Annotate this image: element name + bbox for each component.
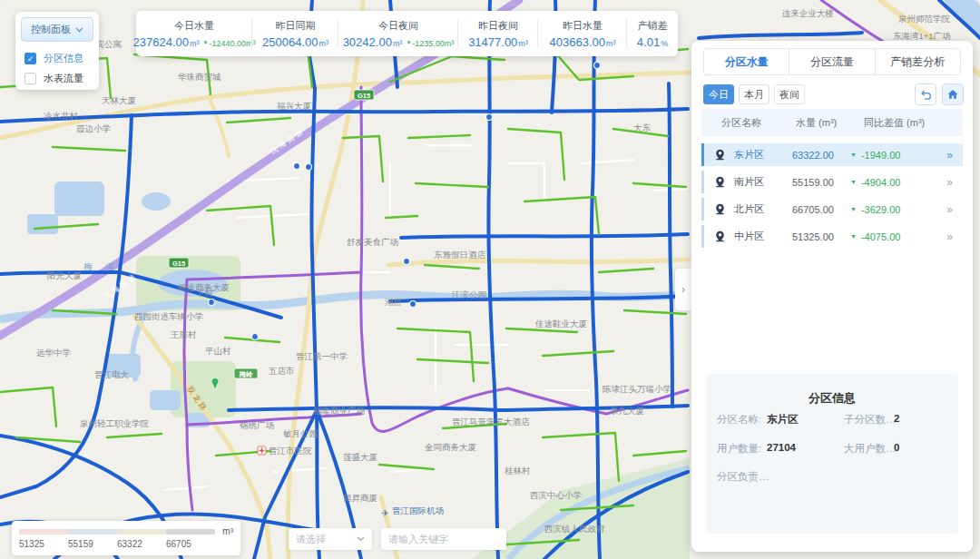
layer-checkbox-zone-info[interactable]: ✓分区信息 xyxy=(24,52,83,65)
map-label: 福兴大厦 xyxy=(277,101,311,111)
zone-delta: -1949.00 xyxy=(861,150,900,161)
home-button[interactable] xyxy=(942,83,964,105)
zone-pin-icon xyxy=(714,176,726,188)
info-value: 0 xyxy=(894,442,899,453)
legend-label: 55159 xyxy=(68,539,117,549)
legend-label: 51325 xyxy=(19,539,68,549)
panel-tabs: 分区水量 分区流量 产销差分析 xyxy=(703,48,961,75)
map-label: 华珠商贸城 xyxy=(178,72,221,82)
stat-value: 4.01 xyxy=(637,35,660,49)
road-badge: G15 xyxy=(358,92,370,100)
layer-label: 水表流量 xyxy=(44,72,83,85)
stat-unit: m³ xyxy=(393,39,403,48)
zone-pin-icon xyxy=(714,230,726,242)
zone-value: 63322.00 xyxy=(792,150,850,161)
stat-unit: m³ xyxy=(318,39,328,48)
zone-row[interactable]: 北片区 66705.00 ▼ -3629.00 » xyxy=(701,198,963,221)
chevron-right-icon: › xyxy=(681,283,685,296)
layer-checkbox-meter-flow[interactable]: 水表流量 xyxy=(24,72,83,85)
chevron-down-icon xyxy=(357,536,365,542)
filter-month[interactable]: 本月 xyxy=(739,84,769,104)
map-label: 霞边小学 xyxy=(76,123,111,133)
map-label: 远华中学 xyxy=(36,348,71,358)
zone-delta: -3629.00 xyxy=(861,204,900,215)
zone-expand-chevron[interactable]: » xyxy=(946,149,952,162)
zone-name: 北片区 xyxy=(734,202,792,216)
undo-button[interactable] xyxy=(915,83,936,105)
keyword-input[interactable] xyxy=(381,528,506,550)
table-header: 分区名称 水量 (m³) 同比差值 (m³) xyxy=(701,109,963,136)
map-legend: m³ 51325551596332266705 xyxy=(12,521,240,555)
legend-unit: m³ xyxy=(219,526,233,536)
stat-label: 产销差 xyxy=(638,19,668,33)
map-label: 冷水井村 xyxy=(44,111,79,121)
zone-expand-chevron[interactable]: » xyxy=(946,203,952,216)
tab-nrw-analysis[interactable]: 产销差分析 xyxy=(875,49,960,74)
time-filter-row: 今日 本月 夜间 xyxy=(703,83,964,105)
stat-unit: m³ xyxy=(606,39,616,48)
map-label: 晋江国际机场 xyxy=(392,505,444,515)
control-panel: 控制面板 ✓分区信息水表流量 xyxy=(15,12,99,90)
zone-row[interactable]: 中片区 51325.00 ▼ -4075.00 » xyxy=(701,225,963,248)
tab-zone-water[interactable]: 分区水量 xyxy=(704,49,789,74)
filter-today[interactable]: 今日 xyxy=(703,84,734,104)
map-label: 旭昇商厦 xyxy=(343,493,377,503)
map-label: 五店市 xyxy=(269,366,295,376)
legend-label: 63322 xyxy=(117,539,166,549)
hospital-icon xyxy=(258,446,266,455)
map-label: 佳速鞋业大厦 xyxy=(534,319,587,329)
legend-swatch xyxy=(166,529,215,534)
map-label: 天林大厦 xyxy=(102,95,136,105)
zone-delta: -4075.00 xyxy=(861,231,900,242)
checkbox-checked-icon[interactable]: ✓ xyxy=(24,53,36,64)
down-triangle-icon: ▼ xyxy=(202,40,208,45)
down-triangle-icon: ▼ xyxy=(850,152,857,158)
zone-table: 东片区 63322.00 ▼ -1949.00 » 南片区 55159.00 ▼… xyxy=(701,143,963,252)
row-accent xyxy=(701,198,704,221)
stats-bar: 今日水量 237624.00m³ ▼-12440.00m³ 昨日同期 25006… xyxy=(136,11,678,56)
info-label: 子分区数… xyxy=(844,413,897,427)
map-label: 东海湾1+1广场 xyxy=(893,31,951,41)
map-label: 东雅假日酒店 xyxy=(434,250,486,260)
zone-panel: 分区水量 分区流量 产销差分析 今日 本月 夜间 分区名称 水量 ( xyxy=(691,41,973,552)
stat-value: 30242.00 xyxy=(343,35,392,49)
zone-row[interactable]: 东片区 63322.00 ▼ -1949.00 » xyxy=(701,143,963,166)
zone-name: 南片区 xyxy=(734,175,792,189)
map-label: 晋江电大 xyxy=(94,369,130,379)
map-label: 西滨镇人民政府 xyxy=(544,524,605,534)
dashboard: G15G15梅岭 沈海高速沈海高速双龙路 国宾公寓华珠商贸城天林大厦冷水井村霞边… xyxy=(0,0,980,559)
panel-collapse-handle[interactable]: › xyxy=(675,269,691,310)
zone-info-card: 分区信息 分区名称: 东片区 子分区数… 2 用户数量: 27104 大用户数…… xyxy=(706,374,958,534)
stat-block: 昨日水量 403663.00m³ xyxy=(538,11,627,56)
map-label: 陈埭江头万瑞小学 xyxy=(603,384,671,394)
map-label: 锦绣广场 xyxy=(240,420,274,430)
zone-expand-chevron[interactable]: » xyxy=(946,230,952,243)
map-label: 西滨中心小学 xyxy=(530,490,582,500)
map-label: 福隆商业广场 xyxy=(313,406,365,416)
zone-expand-chevron[interactable]: » xyxy=(946,176,952,189)
down-triangle-icon: ▼ xyxy=(850,233,857,240)
info-label: 大用户数… xyxy=(844,442,897,456)
filter-night[interactable]: 夜间 xyxy=(774,84,805,104)
checkbox-unchecked-icon[interactable] xyxy=(24,73,36,84)
row-accent xyxy=(701,225,704,248)
zone-name: 中片区 xyxy=(734,230,792,243)
map-label: 敏月公园 xyxy=(283,428,318,438)
region-select[interactable]: 请选择 xyxy=(289,528,372,550)
stat-unit: m³ xyxy=(518,39,528,48)
stat-value: 237624.00 xyxy=(133,35,189,49)
stat-block: 昨日同期 250064.00m³ xyxy=(252,11,338,56)
col-header-volume: 水量 (m³) xyxy=(796,116,864,130)
control-panel-toggle[interactable]: 控制面板 xyxy=(21,17,93,42)
map-label: 梅 溪 xyxy=(83,261,120,271)
map-label: 下村 xyxy=(196,288,214,298)
zone-row[interactable]: 南片区 55159.00 ▼ -4904.00 » xyxy=(701,171,963,193)
legend-swatch xyxy=(19,529,68,534)
stat-delta: ▼-1235.00m³ xyxy=(406,39,454,48)
undo-icon xyxy=(919,88,933,102)
layer-label: 分区信息 xyxy=(44,52,83,65)
stat-value: 31477.00 xyxy=(468,35,517,49)
tab-zone-flow[interactable]: 分区流量 xyxy=(789,49,874,74)
legend-color-bar xyxy=(19,529,215,534)
stat-block: 产销差 4.01% xyxy=(627,11,678,56)
